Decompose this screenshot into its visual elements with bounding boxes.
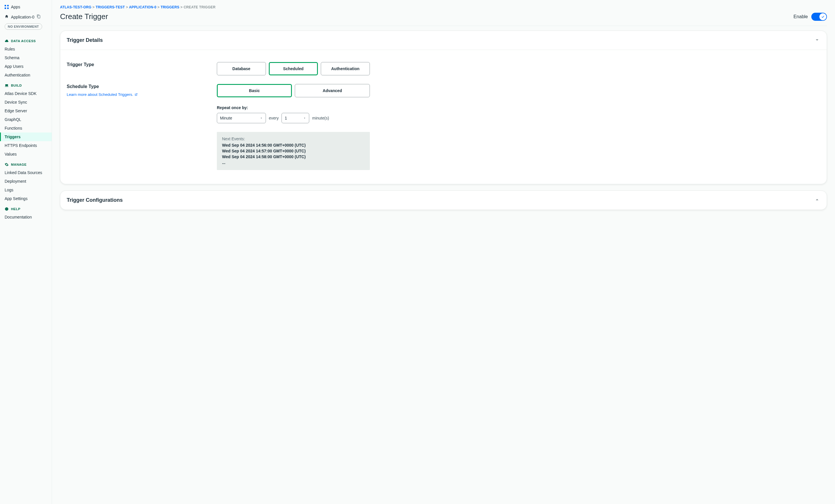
sidebar-item-triggers[interactable]: Triggers [0,132,52,141]
laptop-icon [5,83,9,87]
caret-down-icon [260,117,263,120]
next-event-2: Wed Sep 04 2024 14:58:00 GMT+0000 (UTC) [222,154,365,159]
trigger-type-label: Trigger Type [67,62,217,67]
sidebar-item-linked-data-sources[interactable]: Linked Data Sources [0,168,52,177]
repeat-value: 1 [285,116,287,120]
trigger-type-authentication[interactable]: Authentication [321,62,370,75]
chevron-down-icon [814,37,820,44]
sidebar: Apps Application-0 NO ENVIRONMENT DATA A… [0,0,52,504]
breadcrumb-org[interactable]: ATLAS-TEST-ORG [60,5,91,9]
sidebar-item-https-endpoints[interactable]: HTTPS Endpoints [0,141,52,150]
sidebar-item-atlas-device-sdk[interactable]: Atlas Device SDK [0,89,52,98]
trigger-type-database[interactable]: Database [217,62,266,75]
trigger-details-title: Trigger Details [67,37,103,43]
section-header-data-access: DATA ACCESS [0,35,52,45]
trigger-details-header[interactable]: Trigger Details [60,31,827,50]
trigger-details-card: Trigger Details Trigger Type Database Sc… [60,30,827,184]
section-header-manage: MANAGE [0,159,52,168]
learn-more-link[interactable]: Learn more about Scheduled Triggers. [67,92,138,97]
repeat-unit-value: Minute [220,116,232,120]
enable-label: Enable [793,14,808,19]
repeat-value-select[interactable]: 1 [282,113,309,123]
breadcrumb-app[interactable]: APPLICATION-0 [129,5,157,9]
env-badge: NO ENVIRONMENT [5,23,42,30]
home-icon [5,15,9,19]
copy-icon[interactable] [37,15,41,19]
sidebar-app-link[interactable]: Application-0 [5,15,47,19]
page-title: Create Trigger [60,12,108,21]
sidebar-item-logs[interactable]: Logs [0,186,52,194]
next-events-box: Next Events: Wed Sep 04 2024 14:56:00 GM… [217,132,370,170]
section-header-build: BUILD [0,79,52,89]
trigger-type-scheduled[interactable]: Scheduled [269,62,318,75]
schedule-type-segmented: Basic Advanced [217,84,820,97]
toggle-knob [819,13,826,20]
enable-toggle[interactable] [811,13,827,21]
breadcrumb-current: CREATE TRIGGER [184,5,216,9]
repeat-unit-select[interactable]: Minute [217,113,266,123]
trigger-type-segmented: Database Scheduled Authentication [217,62,820,75]
sidebar-apps-label: Apps [11,5,20,9]
section-header-help: HELP [0,203,52,213]
trigger-configurations-card: Trigger Configurations [60,190,827,210]
support-icon [5,207,9,211]
sidebar-item-rules[interactable]: Rules [0,45,52,54]
sidebar-item-app-settings[interactable]: App Settings [0,194,52,203]
sidebar-item-schema[interactable]: Schema [0,54,52,62]
trigger-configurations-header[interactable]: Trigger Configurations [60,191,827,210]
sidebar-item-deployment[interactable]: Deployment [0,177,52,186]
caret-down-icon [303,117,306,120]
chevron-up-icon [814,196,820,204]
sidebar-item-graphql[interactable]: GraphQL [0,115,52,124]
sidebar-apps-link[interactable]: Apps [5,5,47,9]
sidebar-item-functions[interactable]: Functions [0,124,52,132]
main-content: ATLAS-TEST-ORG > TRIGGERS-TEST > APPLICA… [52,0,835,504]
next-event-0: Wed Sep 04 2024 14:56:00 GMT+0000 (UTC) [222,143,365,147]
sidebar-item-device-sync[interactable]: Device Sync [0,98,52,106]
breadcrumb-triggers[interactable]: TRIGGERS [161,5,179,9]
sidebar-item-values[interactable]: Values [0,150,52,159]
trigger-configurations-title: Trigger Configurations [67,197,123,203]
cloud-icon [5,39,9,43]
external-link-icon [134,93,138,97]
next-events-more: ... [222,160,365,165]
schedule-type-label: Schedule Type [67,84,217,89]
breadcrumb: ATLAS-TEST-ORG > TRIGGERS-TEST > APPLICA… [60,5,827,9]
check-icon [821,15,824,19]
schedule-type-basic[interactable]: Basic [217,84,292,97]
breadcrumb-project[interactable]: TRIGGERS-TEST [96,5,125,9]
gear-icon [5,163,9,167]
sidebar-app-name: Application-0 [11,15,34,19]
sidebar-item-app-users[interactable]: App Users [0,62,52,71]
sidebar-item-documentation[interactable]: Documentation [0,213,52,222]
repeat-label: Repeat once by: [217,105,820,110]
sidebar-item-authentication[interactable]: Authentication [0,71,52,79]
sidebar-item-edge-server[interactable]: Edge Server [0,106,52,115]
next-events-label: Next Events: [222,136,365,141]
next-event-1: Wed Sep 04 2024 14:57:00 GMT+0000 (UTC) [222,149,365,153]
repeat-every-label: every [269,116,279,120]
schedule-type-advanced[interactable]: Advanced [295,84,370,97]
repeat-suffix: minute(s) [312,116,329,120]
apps-icon [5,5,9,9]
